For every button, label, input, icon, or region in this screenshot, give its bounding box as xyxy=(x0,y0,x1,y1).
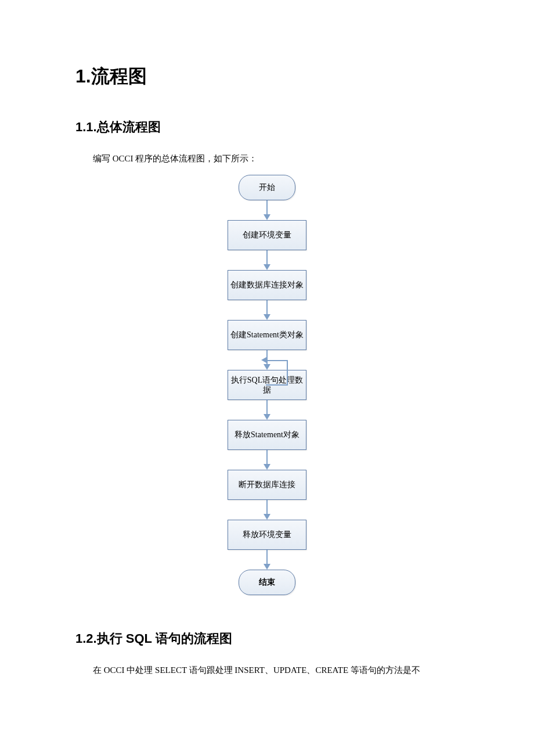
flow-node-release-env: 释放环境变量 xyxy=(228,520,306,550)
intro-paragraph-1: 编写 OCCI 程序的总体流程图，如下所示： xyxy=(93,153,459,164)
flow-arrow-icon xyxy=(266,500,268,520)
flow-arrow-icon xyxy=(266,400,268,420)
flow-arrow-icon xyxy=(266,300,268,320)
flow-loop-group: 执行SQL语句处理数据 xyxy=(228,350,306,400)
flow-arrow-icon xyxy=(266,250,268,270)
flow-node-disconnect: 断开数据库连接 xyxy=(228,470,306,500)
flow-node-create-statement: 创建Statement类对象 xyxy=(228,320,306,350)
document-page: 1.流程图 1.1.总体流程图 编写 OCCI 程序的总体流程图，如下所示： 开… xyxy=(0,0,534,721)
flow-arrow-icon xyxy=(266,200,268,220)
flow-arrow-icon xyxy=(266,450,268,470)
heading-1-2: 1.2.执行 SQL 语句的流程图 xyxy=(75,630,459,647)
intro-paragraph-2: 在 OCCI 中处理 SELECT 语句跟处理 INSERT、UPDATE、CR… xyxy=(93,665,459,676)
flow-node-release-statement: 释放Statement对象 xyxy=(228,420,306,450)
flow-loop-arrowhead-icon xyxy=(261,357,266,363)
flow-node-execute-sql: 执行SQL语句处理数据 xyxy=(228,370,306,400)
flow-end-terminator: 结束 xyxy=(239,570,295,595)
flow-loop-line-icon xyxy=(266,360,288,361)
flow-node-create-env: 创建环境变量 xyxy=(228,220,306,250)
flow-node-create-connection: 创建数据库连接对象 xyxy=(228,270,306,300)
heading-1: 1.流程图 xyxy=(75,64,459,89)
heading-1-1: 1.1.总体流程图 xyxy=(75,118,459,136)
flowchart-overall: 开始 创建环境变量 创建数据库连接对象 创建Statement类对象 执行SQL… xyxy=(75,175,459,595)
flow-start-terminator: 开始 xyxy=(239,175,295,200)
flow-arrow-icon xyxy=(266,350,268,370)
flow-arrow-icon xyxy=(266,550,268,570)
